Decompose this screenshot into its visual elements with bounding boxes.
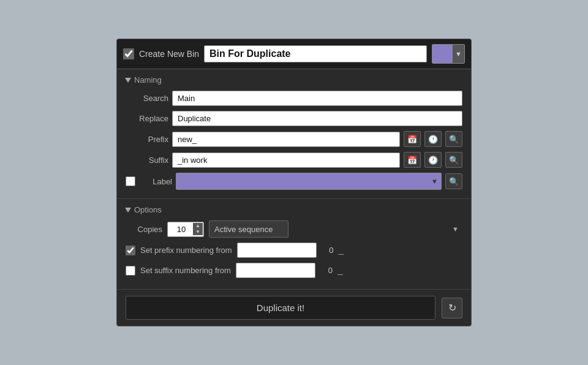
prefix-numbering-label: Set prefix numbering from: [140, 246, 232, 255]
copies-increment-button[interactable]: ▲: [193, 223, 203, 229]
color-swatch: [432, 45, 452, 63]
search-input[interactable]: [172, 91, 462, 106]
options-collapse-triangle-icon[interactable]: [125, 208, 131, 213]
replace-row: Replace: [126, 111, 462, 126]
prefix-clock-button[interactable]: 🕐: [424, 131, 442, 147]
prefix-label: Prefix: [126, 135, 168, 144]
create-new-bin-label: Create New Bin: [139, 49, 199, 59]
options-section-header: Options: [126, 205, 462, 214]
search-row: Search: [126, 91, 462, 106]
label-select[interactable]: [176, 173, 442, 190]
suffix-numbering-row: Set suffix numbering from 0 _: [126, 263, 462, 278]
suffix-calendar-button[interactable]: 📅: [404, 152, 421, 168]
label-text-label: Label: [139, 177, 172, 186]
copies-label: Copies: [126, 225, 162, 234]
dialog: Create New Bin ▼ Naming Search Replace P…: [116, 39, 472, 326]
prefix-row: Prefix 📅 🕐 🔍: [126, 131, 462, 147]
prefix-numbering-checkbox[interactable]: [126, 246, 135, 255]
prefix-zoom-button[interactable]: 🔍: [445, 131, 462, 147]
prefix-calendar-button[interactable]: 📅: [404, 131, 421, 147]
label-zoom-button[interactable]: 🔍: [445, 173, 462, 189]
search-label: Search: [126, 94, 168, 103]
create-new-bin-checkbox[interactable]: [123, 48, 134, 59]
sequence-select-wrap: Active sequence All sequences Selected c…: [209, 220, 462, 238]
prefix-input[interactable]: [172, 132, 400, 147]
prefix-numbering-row: Set prefix numbering from 0 _: [126, 243, 462, 258]
prefix-numbering-number: 0: [322, 246, 334, 255]
spin-arrows: ▲ ▼: [193, 223, 203, 235]
naming-section-label: Naming: [134, 75, 162, 85]
refresh-button[interactable]: ↻: [442, 298, 462, 318]
sequence-select[interactable]: Active sequence All sequences Selected c…: [209, 220, 288, 238]
prefix-numbering-input[interactable]: [237, 243, 317, 258]
color-dropdown-arrow-icon: ▼: [452, 45, 464, 63]
suffix-label: Suffix: [126, 156, 168, 165]
label-checkbox[interactable]: [126, 176, 135, 186]
suffix-row: Suffix 📅 🕐 🔍: [126, 152, 462, 168]
prefix-numbering-dash: _: [339, 245, 344, 256]
label-row: Label ▼ 🔍: [126, 173, 462, 190]
replace-input[interactable]: [172, 111, 462, 126]
sequence-select-arrow-icon: ▼: [452, 225, 459, 233]
suffix-zoom-button[interactable]: 🔍: [445, 152, 462, 168]
copies-decrement-button[interactable]: ▼: [193, 229, 203, 235]
suffix-clock-button[interactable]: 🕐: [424, 152, 442, 168]
naming-section: Naming Search Replace Prefix 📅 🕐 🔍 Suffi…: [117, 69, 471, 199]
copies-row: Copies ▲ ▼ Active sequence All sequences…: [126, 220, 462, 238]
duplicate-button[interactable]: Duplicate it!: [126, 296, 435, 320]
suffix-numbering-label: Set suffix numbering from: [140, 266, 231, 275]
footer: Duplicate it! ↻: [117, 290, 471, 326]
label-select-wrap: ▼: [176, 173, 442, 190]
bin-name-input[interactable]: [204, 45, 427, 62]
naming-collapse-triangle-icon[interactable]: [125, 78, 131, 83]
copies-spinner: ▲ ▼: [167, 222, 204, 237]
suffix-numbering-input[interactable]: [236, 263, 315, 278]
replace-label: Replace: [126, 114, 168, 123]
header: Create New Bin ▼: [117, 39, 471, 69]
suffix-numbering-number: 0: [320, 266, 333, 275]
options-section: Options Copies ▲ ▼ Active sequence All s…: [117, 199, 471, 290]
naming-section-header: Naming: [126, 75, 462, 85]
suffix-numbering-checkbox[interactable]: [126, 266, 135, 276]
suffix-input[interactable]: [172, 152, 400, 168]
options-section-label: Options: [134, 205, 162, 214]
suffix-numbering-dash: _: [337, 265, 343, 276]
color-picker-button[interactable]: ▼: [432, 44, 465, 64]
